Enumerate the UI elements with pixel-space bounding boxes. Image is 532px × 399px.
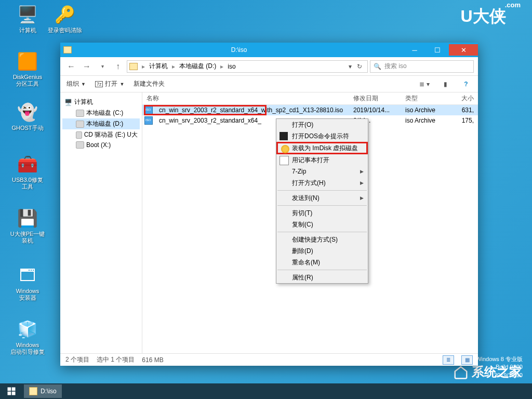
- view-icons-button[interactable]: ▦: [461, 355, 473, 365]
- windows-edition-watermark: Windows 8 专业版 Build 9200 2019/10/10: [476, 355, 523, 379]
- tree-label: 本地磁盘 (C:): [86, 109, 123, 117]
- svg-rect-3: [12, 392, 16, 395]
- item-count: 2 个项目: [65, 355, 89, 364]
- forward-button[interactable]: →: [80, 60, 94, 73]
- tree-item[interactable]: 🖥️计算机: [62, 97, 140, 108]
- desktop-icon-bootrepair[interactable]: 🧊Windows启动引导修复: [9, 319, 46, 355]
- menu-item[interactable]: 用记事本打开: [276, 154, 368, 166]
- status-bar: 2 个项目 选中 1 个项目 616 MB ≣ ▦: [60, 353, 478, 366]
- navigation-tree[interactable]: 🖥️计算机本地磁盘 (C:)本地磁盘 (D:)CD 驱动器 (E:) U大Boo…: [60, 92, 142, 353]
- desktop-icon-computer[interactable]: 🖥️计算机: [9, 4, 46, 34]
- column-headers[interactable]: 名称 修改日期 类型 大小: [142, 92, 478, 105]
- open-button[interactable]: 7z打开 ▼: [95, 79, 124, 88]
- file-type: iso Archive: [405, 107, 452, 114]
- drive-icon: [76, 121, 84, 128]
- menu-item[interactable]: 打开方式(H): [276, 177, 368, 189]
- column-date[interactable]: 修改日期: [353, 94, 405, 103]
- tree-label: CD 驱动器 (E:) U大: [84, 130, 138, 139]
- tree-item[interactable]: 本地磁盘 (D:): [62, 118, 140, 129]
- desktop-icon-ghost[interactable]: 👻GHOST手动: [9, 102, 46, 131]
- menu-item[interactable]: 打开DOS命令提示符: [276, 130, 368, 142]
- selection-info: 选中 1 个项目: [97, 355, 135, 364]
- tree-item[interactable]: Boot (X:): [62, 140, 140, 150]
- desktop-icon-wininst[interactable]: 🗔Windows安装器: [9, 265, 46, 301]
- drive-icon: [76, 141, 84, 149]
- help-button[interactable]: ?: [460, 79, 472, 89]
- app-icon: 🧊: [17, 319, 38, 340]
- back-button[interactable]: ←: [64, 60, 78, 73]
- menu-separator: [277, 205, 367, 206]
- menu-separator: [277, 232, 367, 232]
- search-icon: 🔍: [374, 63, 381, 70]
- breadcrumb-item[interactable]: iso: [228, 63, 235, 70]
- menu-item[interactable]: 创建快捷方式(S): [276, 234, 368, 245]
- menu-item[interactable]: 发送到(N): [276, 192, 368, 204]
- view-options-button[interactable]: ≣ ▾: [419, 79, 430, 89]
- menu-separator: [277, 190, 367, 191]
- file-name: cn_win_srv_2003_r2_standard_x64_with_sp2…: [155, 107, 353, 114]
- taskbar[interactable]: D:\iso: [0, 383, 532, 399]
- tree-label: 计算机: [74, 98, 93, 107]
- column-size[interactable]: 大小: [452, 94, 478, 103]
- address-bar[interactable]: ▸ 计算机 ▸ 本地磁盘 (D:) ▸ iso ▾ ↻: [127, 60, 368, 73]
- svg-rect-2: [8, 392, 11, 395]
- desktop-icon-upe[interactable]: 💾U大侠PE一键装机: [9, 208, 46, 244]
- titlebar[interactable]: D:\iso ─ ☐ ✕: [60, 43, 478, 57]
- svg-rect-1: [12, 388, 16, 391]
- up-button[interactable]: ↑: [111, 60, 125, 73]
- history-dropdown[interactable]: ▾: [96, 60, 109, 73]
- iso-file-icon: [144, 106, 153, 114]
- tree-item[interactable]: CD 驱动器 (E:) U大: [62, 129, 140, 140]
- file-type: iso Archive: [405, 117, 452, 124]
- selection-size: 616 MB: [142, 356, 163, 364]
- organize-menu[interactable]: 组织 ▼: [66, 79, 86, 88]
- file-row[interactable]: cn_win_srv_2003_r2_standard_x64_with_sp2…: [142, 105, 478, 115]
- new-folder-button[interactable]: 新建文件夹: [134, 79, 165, 88]
- nav-row: ← → ▾ ↑ ▸ 计算机 ▸ 本地磁盘 (D:) ▸ iso ▾ ↻ 🔍 搜索…: [60, 57, 478, 76]
- iso-file-icon: [144, 116, 153, 125]
- file-size: 175,: [452, 117, 478, 124]
- menu-item[interactable]: 属性(R): [276, 272, 368, 283]
- close-button[interactable]: ✕: [449, 44, 478, 56]
- folder-icon: [63, 46, 72, 54]
- app-icon: 👻: [17, 102, 38, 123]
- context-menu[interactable]: 打开(O)打开DOS命令提示符装载为 ImDisk 虚拟磁盘用记事本打开7-Zi…: [276, 118, 368, 284]
- menu-item[interactable]: 打开(O): [276, 119, 368, 130]
- desktop-icon-clearpw[interactable]: 🔑登录密码清除: [47, 4, 83, 34]
- file-date: 2019/10/14...: [353, 107, 405, 114]
- column-type[interactable]: 类型: [405, 94, 452, 103]
- maximize-button[interactable]: ☐: [426, 44, 449, 56]
- preview-pane-button[interactable]: ▮: [440, 79, 451, 89]
- tree-item[interactable]: 本地磁盘 (C:): [62, 108, 140, 118]
- tree-label: 本地磁盘 (D:): [86, 119, 123, 128]
- tree-label: Boot (X:): [86, 141, 111, 149]
- column-name[interactable]: 名称: [142, 94, 353, 103]
- address-dropdown[interactable]: ▾: [349, 63, 352, 70]
- menu-item[interactable]: 复制(C): [276, 219, 368, 230]
- desktop-icon-usb3[interactable]: 🧰USB3.0修复工具: [9, 154, 46, 190]
- app-icon: 🔑: [55, 4, 75, 25]
- search-input[interactable]: 🔍 搜索 iso: [370, 60, 474, 73]
- taskbar-item-explorer[interactable]: D:\iso: [24, 384, 62, 398]
- drive-icon: [76, 110, 84, 117]
- menu-item[interactable]: 装载为 ImDisk 虚拟磁盘: [276, 142, 368, 154]
- folder-icon: [29, 387, 37, 395]
- start-button[interactable]: [0, 383, 23, 399]
- file-size: 631,: [452, 107, 478, 114]
- menu-item[interactable]: 重命名(M): [276, 257, 368, 268]
- menu-separator: [277, 270, 367, 270]
- menu-item[interactable]: 删除(D): [276, 245, 368, 257]
- menu-item[interactable]: 剪切(T): [276, 207, 368, 219]
- breadcrumb-item[interactable]: 本地磁盘 (D:): [179, 62, 216, 71]
- minimize-button[interactable]: ─: [403, 44, 426, 56]
- menu-item[interactable]: 7-Zip: [276, 166, 368, 177]
- file-explorer-window: D:\iso ─ ☐ ✕ ← → ▾ ↑ ▸ 计算机 ▸ 本地磁盘 (D:) ▸…: [60, 43, 478, 366]
- view-details-button[interactable]: ≣: [443, 355, 454, 365]
- svg-rect-0: [8, 388, 11, 391]
- breadcrumb-item[interactable]: 计算机: [149, 62, 168, 71]
- app-icon: 🖥️: [17, 4, 38, 25]
- app-icon: 🗔: [17, 265, 38, 286]
- refresh-button[interactable]: ↻: [354, 63, 365, 70]
- desktop-icon-diskgenius[interactable]: 🟧DiskGenius分区工具: [9, 51, 46, 87]
- folder-icon: [129, 63, 138, 70]
